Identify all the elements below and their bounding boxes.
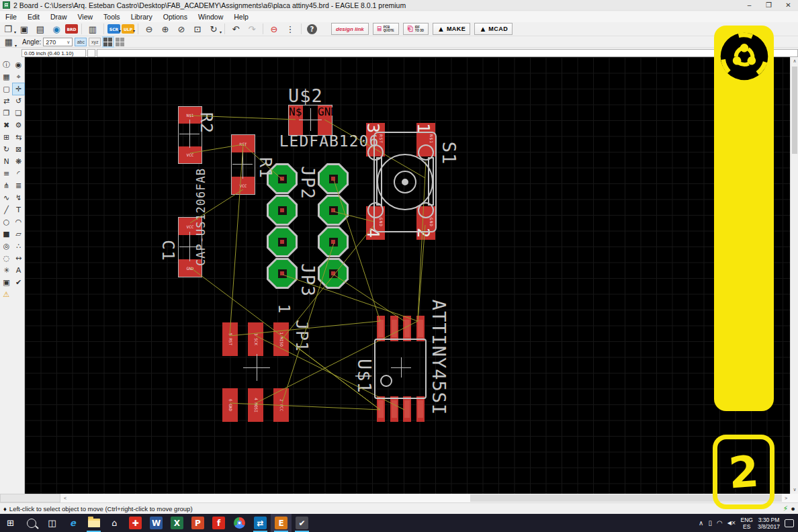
edge-icon[interactable]: e [62, 514, 83, 532]
angle-select[interactable]: 270 ∨ [43, 38, 73, 46]
store-icon[interactable]: ⌂ [104, 514, 125, 532]
xyz-toggle[interactable]: xyz [89, 38, 101, 46]
jp1-pad-2[interactable]: 2 VCC [273, 388, 289, 422]
make-button[interactable]: ▲ MAKE [433, 23, 470, 35]
menu-options[interactable]: Options [158, 11, 193, 22]
facebook-icon[interactable]: f [208, 514, 229, 532]
open-icon[interactable]: ❐▾ [1, 23, 15, 35]
menu-window[interactable]: Window [193, 11, 228, 22]
save-icon[interactable]: ▣ [17, 23, 32, 35]
volume-muted-icon[interactable]: ◀× [727, 520, 736, 526]
zoom-redraw-icon[interactable]: ↻▾ [206, 23, 221, 35]
schematic-board-icon[interactable]: BRD [65, 24, 78, 34]
redo-icon[interactable]: ↷ [245, 23, 259, 35]
vertical-scroll-thumb[interactable] [792, 66, 797, 154]
scroll-down-arrow[interactable]: ∨ [791, 486, 798, 494]
cam-processor-icon[interactable]: ◉ [49, 23, 64, 35]
text-tool[interactable]: T [13, 204, 24, 216]
print-icon[interactable]: ▤ [33, 23, 48, 35]
errors-tool[interactable]: ⚠ [1, 289, 12, 300]
excel-icon[interactable]: X [167, 514, 187, 532]
jp2-pad-4[interactable] [267, 258, 298, 289]
arc-tool[interactable]: ◠ [13, 216, 24, 228]
script-icon[interactable]: SCR▾ [107, 24, 120, 34]
pad[interactable]: VCC [179, 146, 202, 163]
change-tool[interactable]: ⚙ [13, 120, 24, 131]
ripup-tool[interactable]: ↯ [13, 192, 24, 204]
pad[interactable]: VCC [232, 177, 255, 194]
hole-tool[interactable]: ◌ [1, 253, 12, 264]
menu-draw[interactable]: Draw [45, 11, 73, 22]
mcad-button[interactable]: ▲ MCAD [474, 23, 513, 35]
jp1-pad-5[interactable]: 5 RST [222, 322, 238, 356]
undo-icon[interactable]: ↶ [228, 23, 243, 35]
search-icon[interactable] [21, 514, 42, 532]
checkmark-app-icon[interactable]: ✔ [292, 514, 312, 532]
pcb-quote-button[interactable]: ⌸ PCB QUOTE [373, 23, 399, 35]
design-link-button[interactable]: design link [331, 23, 369, 35]
signal-tool[interactable]: ∴ [13, 240, 24, 252]
zoom-fit-icon[interactable]: ⊡ [190, 23, 205, 35]
restore-button[interactable]: ❐ [759, 0, 779, 11]
copy-tool[interactable]: ❐ [1, 107, 12, 119]
start-icon[interactable]: ⊞ [0, 514, 21, 532]
polygon-tool[interactable]: ▱ [13, 228, 24, 240]
wire-tool[interactable]: ╱ [1, 204, 12, 216]
show-tool[interactable]: ◉ [13, 59, 24, 71]
stop-icon[interactable]: ⊖ [267, 23, 281, 35]
menu-tools[interactable]: Tools [98, 11, 126, 22]
teamviewer-icon[interactable]: ⇄ [250, 514, 271, 532]
menu-view[interactable]: View [73, 11, 99, 22]
delete-tool[interactable]: ✖ [1, 120, 12, 131]
eagle-icon[interactable]: E [271, 514, 292, 532]
horizontal-scrollbar[interactable]: < > [0, 494, 798, 502]
language-indicator[interactable]: ENG ES [740, 517, 752, 530]
move-tool[interactable]: ✛ [13, 83, 24, 95]
info-tool[interactable]: ⓘ [1, 59, 12, 71]
close-button[interactable]: ✕ [779, 0, 798, 11]
dimension-tool[interactable]: ↔ [13, 253, 24, 264]
menu-edit[interactable]: Edit [22, 11, 45, 22]
rotate-tool[interactable]: ↺ [13, 95, 24, 107]
menu-library[interactable]: Library [126, 11, 158, 22]
component-r1[interactable]: RST VCC [231, 134, 255, 195]
autoroute-tool[interactable]: A [13, 265, 24, 276]
grid-icon[interactable]: ▦▾ [1, 36, 16, 48]
zoom-out-icon[interactable]: ⊖ [142, 23, 157, 35]
pinswap-tool[interactable]: ⇆ [13, 132, 24, 143]
u1-pad-6[interactable] [390, 396, 398, 422]
name-tool[interactable]: N [1, 156, 12, 167]
smash-tool[interactable]: ❋ [13, 156, 24, 167]
wifi-icon[interactable]: ◠ [717, 519, 723, 527]
minimize-button[interactable]: – [740, 0, 759, 11]
circle-tool[interactable]: ○ [1, 216, 12, 228]
jp2-pad-2[interactable] [267, 195, 298, 226]
clock[interactable]: 3:30 PM 3/8/2017 [758, 517, 780, 530]
jp3-pad-4[interactable] [318, 258, 349, 289]
group-tool[interactable]: ▢ [1, 83, 12, 95]
task-view-icon[interactable]: ◫ [42, 514, 62, 532]
jp1-pad-1[interactable]: 1 MISO [273, 322, 289, 356]
abc-toggle[interactable]: abc [75, 38, 87, 46]
board-canvas[interactable]: N$1 VCC R2 CAP-US1206FAB VCC GND C1 RST … [25, 57, 790, 494]
jp2-pad-3[interactable] [267, 226, 298, 257]
jp1-pad-3[interactable]: 3 SCK [248, 322, 263, 356]
component-u2[interactable]: N$1 GND [288, 105, 332, 136]
jp1-pad-6[interactable]: 6 GND [222, 388, 238, 422]
u1-pad-1[interactable] [377, 316, 385, 341]
display-layers-tool[interactable]: ▦ [1, 71, 12, 83]
miter-tool[interactable]: ◜ [13, 168, 24, 179]
spinner-icon[interactable]: ⋮ [283, 23, 298, 35]
mirror-tool[interactable]: ⇄ [1, 95, 12, 107]
drc-tool[interactable]: ▣ [1, 277, 12, 288]
layer-display-toggle[interactable] [103, 38, 113, 46]
u1-pad-5[interactable] [377, 396, 385, 422]
split-tool[interactable]: ⋔ [1, 180, 12, 191]
idf-to-3d-button[interactable]: ⎗ IDF TO 3D [403, 23, 429, 35]
route-tool[interactable]: ∿ [1, 192, 12, 204]
chrome-icon[interactable] [229, 514, 250, 532]
add-tool[interactable]: ⊞ [1, 132, 12, 143]
tray-chevron-icon[interactable]: ∧ [699, 519, 703, 527]
action-center-icon[interactable] [785, 519, 794, 527]
library-icon[interactable]: ▥ [85, 23, 100, 35]
